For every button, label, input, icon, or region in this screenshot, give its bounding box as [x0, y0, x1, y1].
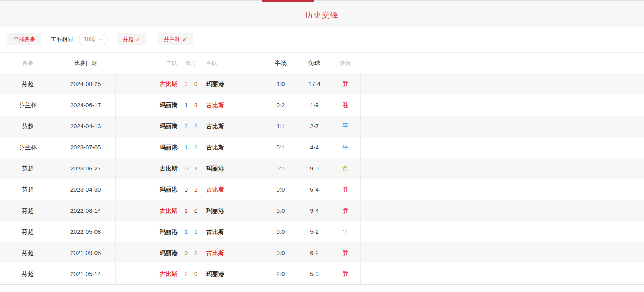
header-away: 客队: [203, 53, 263, 73]
score-cell: 0:1: [179, 242, 203, 263]
league-cell: 芬超: [0, 221, 56, 242]
score-cell: 1:1: [179, 137, 203, 158]
league-filter-label: 芬兰杯: [164, 36, 180, 43]
away-score: 1: [194, 249, 197, 256]
table-row[interactable]: 芬超 2023-04-30 玛丽港 0:2 古比斯 0:0 5-4 胜: [0, 179, 644, 200]
table-row[interactable]: 芬超 2023-06-27 古比斯 0:1 玛丽港 0:1 9-0 负: [0, 158, 644, 179]
home-score: 0: [185, 165, 188, 172]
away-score: 0: [194, 207, 197, 214]
date-cell: 2023-04-30: [56, 179, 115, 200]
home-team: 玛丽港: [160, 102, 178, 108]
score-cell: 2:2: [179, 116, 203, 137]
home-score: 1: [185, 102, 188, 108]
result-cell: 胜: [330, 200, 360, 221]
same-venue-label: 主客相同: [51, 36, 73, 43]
home-team: 古比斯: [160, 270, 178, 277]
score-cell: 1:0: [179, 200, 203, 221]
half-cell: 2:0: [263, 263, 299, 284]
table-row[interactable]: 芬超 2022-08-14 古比斯 1:0 玛丽港 0:0 9-4 胜: [0, 200, 644, 221]
date-cell: 2024-04-13: [56, 116, 115, 137]
away-team: 玛丽港: [206, 207, 224, 214]
checkmark-icon: ✓: [182, 36, 187, 43]
table-row[interactable]: 芬兰杯 2023-07-05 玛丽港 1:1 古比斯 0:1 4-4 平: [0, 137, 644, 158]
corner-cell: 5-2: [299, 221, 330, 242]
table-header-row: 赛事 比赛日期 主队 比分 客队 半场 角球 胜负: [0, 53, 644, 73]
header-half: 半场: [263, 53, 299, 73]
half-cell: 0:1: [263, 137, 299, 158]
league-cell: 芬兰杯: [0, 137, 56, 158]
away-score: 1: [194, 228, 197, 235]
header-spacer: [360, 53, 644, 73]
row-spacer: [360, 221, 644, 242]
result-cell: 胜: [330, 179, 360, 200]
away-score: 0: [194, 270, 197, 277]
row-spacer: [360, 158, 644, 179]
home-team: 古比斯: [160, 165, 178, 172]
score-cell: 2:0: [179, 263, 203, 284]
filter-bar: 全部赛事 主客相同 10场 芬超 ✓ 芬兰杯 ✓: [0, 27, 644, 53]
date-cell: 2023-06-27: [56, 158, 115, 179]
half-cell: 0:1: [263, 158, 299, 179]
league-filter-finland-cup[interactable]: 芬兰杯 ✓: [158, 33, 193, 45]
corner-cell: 17-4: [299, 73, 330, 94]
score-cell: 0:1: [179, 158, 203, 179]
corner-cell: 5-4: [299, 179, 330, 200]
league-cell: 芬兰杯: [0, 94, 56, 116]
row-spacer: [360, 242, 644, 263]
corner-cell: 4-4: [299, 137, 330, 158]
home-team: 玛丽港: [160, 123, 178, 129]
table-row[interactable]: 芬超 2024-04-13 玛丽港 2:2 古比斯 1:1 2-7 平: [0, 116, 644, 137]
league-filter-finland-premier[interactable]: 芬超 ✓: [117, 33, 147, 45]
half-cell: 0:0: [263, 221, 299, 242]
table-row[interactable]: 芬超 2024-08-25 古比斯 3:0 玛丽港 1:0 17-4 胜: [0, 73, 644, 94]
score-colon: :: [190, 80, 192, 87]
row-spacer: [360, 73, 644, 94]
row-spacer: [360, 137, 644, 158]
corner-cell: 6-2: [299, 242, 330, 263]
result-cell: 负: [330, 158, 360, 179]
league-cell: 芬超: [0, 73, 56, 94]
header-date: 比赛日期: [56, 53, 115, 73]
league-cell: 芬超: [0, 242, 56, 263]
away-team: 玛丽港: [206, 270, 224, 277]
away-team: 古比斯: [206, 102, 224, 108]
active-tab-underline: [262, 0, 314, 2]
away-team: 古比斯: [206, 228, 224, 235]
date-cell: 2021-05-14: [56, 263, 115, 284]
half-cell: 0:2: [263, 94, 299, 116]
date-cell: 2022-08-14: [56, 200, 115, 221]
header-score: 比分: [179, 53, 203, 73]
half-cell: 0:0: [263, 242, 299, 263]
half-cell: 1:1: [263, 116, 299, 137]
tab-bar-divider: [0, 0, 644, 1]
section-header: 历史交锋: [0, 0, 644, 27]
table-row[interactable]: 芬兰杯 2024-06-17 玛丽港 1:3 古比斯 0:2 1-9 胜: [0, 94, 644, 116]
away-team: 古比斯: [206, 123, 224, 129]
score-cell: 3:0: [179, 73, 203, 94]
home-score: 0: [185, 186, 188, 193]
away-score: 3: [194, 102, 197, 108]
table-row[interactable]: 芬超 2021-05-14 古比斯 2:0 玛丽港 2:0 5-3 胜: [0, 263, 644, 284]
table-row[interactable]: 芬超 2021-09-05 玛丽港 0:1 古比斯 0:0 6-2 胜: [0, 242, 644, 263]
home-team: 玛丽港: [160, 186, 178, 193]
corner-cell: 9-4: [299, 200, 330, 221]
away-score: 1: [194, 144, 197, 151]
away-team: 玛丽港: [206, 80, 224, 87]
home-team: 古比斯: [160, 207, 178, 214]
away-score: 2: [194, 123, 197, 129]
away-team: 玛丽港: [206, 165, 224, 172]
away-team: 古比斯: [206, 186, 224, 193]
home-team: 玛丽港: [160, 249, 178, 256]
home-team: 古比斯: [160, 80, 178, 87]
score-colon: :: [190, 165, 192, 172]
match-count-dropdown[interactable]: 10场: [78, 34, 108, 45]
all-matches-filter-button[interactable]: 全部赛事: [7, 33, 41, 45]
table-row[interactable]: 芬超 2022-05-08 玛丽港 1:1 古比斯 0:0 5-2 平: [0, 221, 644, 242]
checkmark-icon: ✓: [136, 36, 141, 43]
away-score: 2: [194, 186, 197, 193]
date-cell: 2024-06-17: [56, 94, 115, 116]
score-colon: :: [190, 123, 192, 129]
chevron-down-icon: [98, 36, 103, 41]
score-colon: :: [190, 186, 192, 193]
score-cell: 0:2: [179, 179, 203, 200]
